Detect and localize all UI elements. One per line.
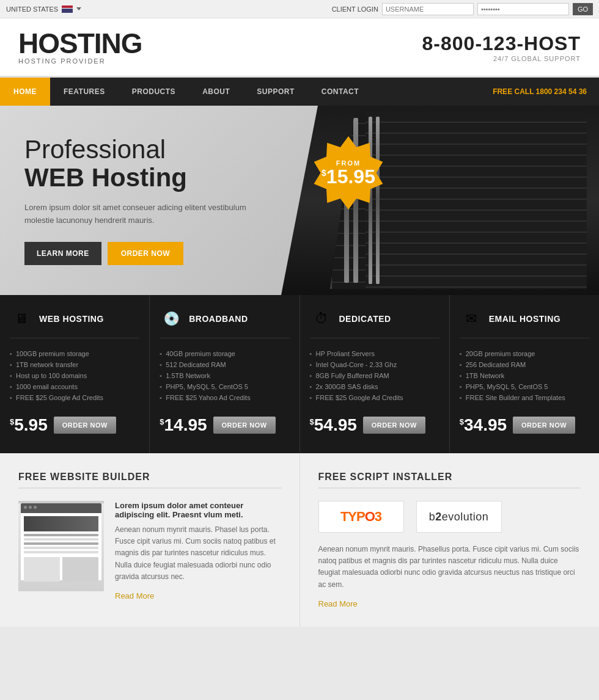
broadband-price: $14.95 ORDER NOW <box>160 415 289 435</box>
broadband-icon: 💿 <box>160 307 183 330</box>
go-button[interactable]: GO <box>573 3 593 15</box>
list-item: 1TB Network <box>460 370 589 381</box>
installer-logos-row: TYPO3 b2evolution <box>318 501 581 533</box>
mock-banner <box>24 516 98 531</box>
country-dropdown-arrow[interactable] <box>76 7 81 10</box>
dedicated-order-button[interactable]: ORDER NOW <box>363 417 425 434</box>
email-hosting-price: $34.95 ORDER NOW <box>460 415 589 435</box>
hero-section: FROM $15.95 Professional WEB Hosting Lor… <box>0 106 599 295</box>
builder-body-text: Aenean nonum mynrit mauris. Phasel lus p… <box>115 524 281 583</box>
username-input[interactable] <box>382 3 474 15</box>
hero-content: Professional WEB Hosting Lorem ipsum dol… <box>0 111 281 290</box>
b2evo-logo-box: b2evolution <box>416 501 502 533</box>
email-hosting-icon: ✉ <box>460 307 483 330</box>
feature-box-broadband: 💿 BROADBAND 40GB premium storage 512 Ded… <box>150 295 300 453</box>
mock-line-1 <box>24 534 98 536</box>
builder-section-title: FREE WEBSITE BUILDER <box>18 472 281 489</box>
list-item: FREE $25 Google Ad Credits <box>310 392 439 403</box>
list-item: PHP5, MySQL 5, CentOS 5 <box>160 381 289 392</box>
email-hosting-order-button[interactable]: ORDER NOW <box>513 417 575 434</box>
list-item: Host up to 100 domains <box>10 370 139 381</box>
header: HOSTING HOSTING PROVIDER 8-800-123-HOST … <box>0 18 599 78</box>
list-item: HP Proliant Servers <box>310 348 439 359</box>
feature-header-dedicated: ⏱ DEDICATED <box>310 307 439 338</box>
phone-area: 8-800-123-HOST 24/7 GLOBAL SUPPORT <box>422 32 581 62</box>
main-nav: HOME FEATURES PRODUCTS ABOUT SUPPORT CON… <box>0 78 599 106</box>
nav-item-contact[interactable]: CONTACT <box>308 78 372 106</box>
broadband-title: BROADBAND <box>189 314 248 324</box>
dedicated-price: $54.95 ORDER NOW <box>310 415 439 435</box>
builder-content: Lorem ipsum dolor amet conteuer adipisci… <box>18 501 281 600</box>
feature-box-web-hosting: 🖥 WEB HOSTING 100GB premium storage 1TB … <box>0 295 150 453</box>
builder-screenshot <box>18 501 104 591</box>
phone-sub: 24/7 GLOBAL SUPPORT <box>422 55 581 62</box>
web-hosting-icon: 🖥 <box>10 307 33 330</box>
list-item: 20GB premium storage <box>460 348 589 359</box>
list-item: FREE $25 Google Ad Credits <box>10 392 139 403</box>
dedicated-price-value: $54.95 <box>310 415 357 435</box>
order-now-button[interactable]: ORDER NOW <box>108 242 184 265</box>
installer-body-text: Aenean nonum mynrit mauris. Phasellus po… <box>318 544 581 591</box>
logo-title: HOSTING <box>18 29 142 57</box>
mock-browser-dots <box>21 503 101 511</box>
list-item: 100GB premium storage <box>10 348 139 359</box>
country-label: UNITED STATES <box>6 5 58 13</box>
broadband-price-value: $14.95 <box>160 415 207 435</box>
dedicated-title: DEDICATED <box>339 314 391 324</box>
list-item: 256 Dedicated RAM <box>460 359 589 370</box>
mock-line-4 <box>24 547 98 549</box>
email-hosting-list: 20GB premium storage 256 Dedicated RAM 1… <box>460 348 589 403</box>
nav-item-support[interactable]: SUPPORT <box>243 78 308 106</box>
list-item: 512 Dedicated RAM <box>160 359 289 370</box>
topbar: UNITED STATES CLIENT LOGIN GO <box>0 0 599 18</box>
email-hosting-price-value: $34.95 <box>460 415 507 435</box>
topbar-right: CLIENT LOGIN GO <box>332 3 593 15</box>
price-badge: FROM $15.95 <box>312 136 385 210</box>
builder-text-area: Lorem ipsum dolor amet conteuer adipisci… <box>115 501 281 600</box>
dedicated-icon: ⏱ <box>310 307 333 330</box>
nav-item-features[interactable]: FEATURES <box>50 78 119 106</box>
mock-dot-1 <box>24 506 27 509</box>
badge-dollar: $ <box>322 168 326 178</box>
bottom-sections: FREE WEBSITE BUILDER <box>0 453 599 627</box>
website-builder-section: FREE WEBSITE BUILDER <box>0 453 300 627</box>
feature-box-dedicated: ⏱ DEDICATED HP Proliant Servers Intel Qu… <box>300 295 450 453</box>
list-item: 1TB network transfer <box>10 359 139 370</box>
feature-box-email-hosting: ✉ EMAIL HOSTING 20GB premium storage 256… <box>450 295 599 453</box>
mock-browser-bar <box>21 503 101 513</box>
list-item: Intel Quad-Core - 2.33 Ghz <box>310 359 439 370</box>
builder-lead-text: Lorem ipsum dolor amet conteuer adipisci… <box>115 501 281 519</box>
mock-dot-3 <box>34 506 37 509</box>
email-hosting-title: EMAIL HOSTING <box>489 314 560 324</box>
dedicated-list: HP Proliant Servers Intel Quad-Core - 2.… <box>310 348 439 403</box>
nav-free-call: FREE CALL 1800 234 54 36 <box>480 87 599 96</box>
list-item: PHP5, MySQL 5, CentOS 5 <box>460 381 589 392</box>
list-item: 1000 email accounts <box>10 381 139 392</box>
web-hosting-price-value: $5.95 <box>10 415 48 435</box>
feature-header-broadband: 💿 BROADBAND <box>160 307 289 338</box>
mock-dot-2 <box>29 506 32 509</box>
builder-read-more[interactable]: Read More <box>115 591 281 600</box>
hero-buttons: LEARN MORE ORDER NOW <box>24 242 257 265</box>
web-hosting-list: 100GB premium storage 1TB network transf… <box>10 348 139 403</box>
nav-item-home[interactable]: HOME <box>0 78 50 106</box>
list-item: FREE Site Builder and Templates <box>460 392 589 403</box>
mock-line-2 <box>24 538 98 541</box>
typo3-logo: TYPO3 <box>340 509 381 525</box>
learn-more-button[interactable]: LEARN MORE <box>24 242 101 265</box>
password-input[interactable] <box>477 3 569 15</box>
topbar-left: UNITED STATES <box>6 5 81 13</box>
web-hosting-price: $5.95 ORDER NOW <box>10 415 139 435</box>
broadband-order-button[interactable]: ORDER NOW <box>213 417 276 434</box>
badge-star: FROM $15.95 <box>312 136 385 210</box>
nav-item-products[interactable]: PRODUCTS <box>119 78 189 106</box>
list-item: 2x 300GB SAS disks <box>310 381 439 392</box>
nav-item-about[interactable]: ABOUT <box>189 78 243 106</box>
list-item: 8GB Fully Buffered RAM <box>310 370 439 381</box>
hero-description: Lorem ipsum dolor sit amet conseuer adic… <box>24 202 257 227</box>
web-hosting-order-button[interactable]: ORDER NOW <box>54 417 116 434</box>
b2evo-logo: b2evolution <box>429 511 489 523</box>
web-hosting-title: WEB HOSTING <box>39 314 104 324</box>
installer-read-more[interactable]: Read More <box>318 599 581 608</box>
script-installer-section: FREE SCRIPT INSTALLER TYPO3 b2evolution … <box>300 453 600 627</box>
